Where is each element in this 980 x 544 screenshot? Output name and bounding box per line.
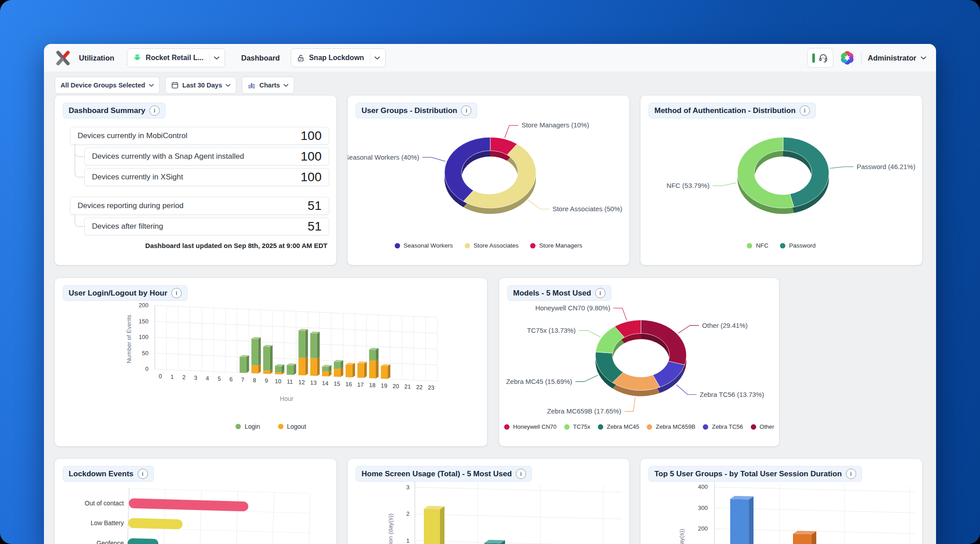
legend-item[interactable]: Seasonal Workers [395, 242, 453, 249]
legend-label: Store Associates [474, 242, 519, 249]
info-icon[interactable]: i [800, 105, 810, 116]
legend-item[interactable]: Password [780, 242, 815, 249]
legend-item[interactable]: Store Associates [465, 242, 519, 249]
legend-item[interactable]: Other [751, 423, 775, 430]
lockdown-events-bar-chart: Out of contactLow BatteryGeofence [55, 475, 336, 544]
svg-text:Store Managers (10%): Store Managers (10%) [522, 121, 589, 129]
bar-chart-icon [248, 81, 256, 89]
tree-connector [74, 144, 84, 178]
legend-label: Zebra MC659B [656, 423, 695, 430]
summary-row-value: 51 [308, 219, 322, 234]
legend-label: Zebra MC45 [607, 423, 639, 430]
user-groups-donut-chart: Store Managers (10%)Store Associates (50… [348, 116, 629, 237]
svg-text:TC75x (13.73%): TC75x (13.73%) [527, 327, 575, 334]
svg-text:Zebra TC56 (13.73%): Zebra TC56 (13.73%) [700, 391, 764, 398]
svg-text:6: 6 [229, 376, 232, 383]
legend-dot [598, 424, 603, 430]
summary-row-label: Devices currently in XSight [92, 173, 183, 182]
svg-text:5: 5 [218, 375, 221, 382]
summary-row: Devices currently in XSight 100 [84, 168, 329, 186]
device-groups-filter[interactable]: All Device Groups Selected [55, 77, 160, 94]
device-group-value: Rocket Retail L... [146, 54, 204, 62]
view-mode-filter[interactable]: Charts [242, 77, 294, 94]
svg-text:14: 14 [322, 380, 328, 387]
svg-text:9: 9 [265, 377, 268, 384]
legend-item[interactable]: Zebra TC56 [703, 423, 743, 430]
legend-item[interactable]: Store Managers [530, 242, 582, 249]
legend-dot [235, 424, 241, 429]
login-logout-card: User Login/Logout by Hour i 012345678910… [55, 278, 487, 446]
device-groups-filter-value: All Device Groups Selected [61, 82, 145, 89]
legend-item[interactable]: Login [235, 423, 260, 430]
user-groups-card: User Groups - Distribution i Store Manag… [348, 96, 629, 265]
chevron-down-icon [375, 57, 380, 60]
legend-label: NFC [756, 242, 768, 249]
models-card: Models - 5 Most Used i Other (29.41%)Zeb… [499, 278, 779, 446]
svg-text:15: 15 [334, 380, 340, 387]
unlock-icon [296, 54, 305, 62]
info-icon[interactable]: i [171, 288, 182, 298]
chart-legend: NFCPassword [640, 242, 922, 249]
info-icon[interactable]: i [461, 105, 471, 116]
summary-row: Devices currently with a Snap Agent inst… [84, 148, 329, 165]
svg-text:Screen Duration (day(s)): Screen Duration (day(s)) [387, 514, 394, 544]
support-button[interactable] [807, 48, 833, 68]
svg-text:19: 19 [381, 382, 387, 389]
legend-item[interactable]: Logout [278, 423, 306, 430]
app-logo[interactable] [54, 49, 72, 67]
info-icon[interactable]: i [595, 288, 605, 298]
card-title: Models - 5 Most Used [513, 289, 591, 298]
svg-text:NFC (53.79%): NFC (53.79%) [666, 182, 710, 189]
info-icon[interactable]: i [149, 105, 160, 116]
svg-text:150: 150 [139, 318, 148, 325]
svg-text:2: 2 [182, 374, 185, 381]
svg-text:400: 400 [698, 483, 708, 490]
view-mode-value: Charts [259, 82, 280, 89]
last-updated-text: Dashboard last updated on Sep 8th, 2025 … [145, 242, 327, 249]
svg-text:8: 8 [253, 377, 256, 383]
svg-text:18: 18 [369, 382, 375, 389]
svg-text:100: 100 [139, 334, 148, 340]
ai-star-icon[interactable] [840, 50, 855, 65]
svg-text:10: 10 [275, 378, 281, 385]
svg-text:50: 50 [142, 350, 148, 357]
legend-label: Seasonal Workers [404, 242, 453, 249]
date-range-filter[interactable]: Last 30 Days [165, 77, 237, 94]
svg-text:Time (day(s)): Time (day(s)) [678, 529, 685, 544]
svg-text:Hour: Hour [280, 395, 294, 402]
legend-label: Login [244, 423, 260, 430]
svg-text:4: 4 [206, 375, 209, 382]
legend-item[interactable]: NFC [747, 242, 768, 249]
divider [861, 52, 862, 64]
legend-dot [564, 424, 570, 430]
legend-item[interactable]: Honeywell CN70 [504, 423, 557, 430]
card-title-chip: Dashboard Summary i [63, 103, 166, 118]
legend-item[interactable]: TC75x [564, 423, 590, 430]
svg-text:200: 200 [698, 525, 708, 532]
filter-bar: All Device Groups Selected Last 30 Days … [44, 72, 936, 94]
top-user-groups-bar-chart: 400300200100Time (day(s)) [640, 475, 922, 544]
svg-text:20: 20 [392, 383, 399, 390]
svg-text:Zebra MC659B (17.65%): Zebra MC659B (17.65%) [547, 408, 622, 415]
svg-text:Password (46.21%): Password (46.21%) [857, 163, 915, 170]
android-icon [133, 53, 142, 62]
calendar-icon [171, 81, 179, 89]
divider [209, 52, 210, 63]
dashboard-profile-selector[interactable]: Snap Lockdown [291, 48, 386, 67]
device-group-selector[interactable]: Rocket Retail L... [127, 48, 225, 67]
chevron-down-icon [149, 84, 154, 87]
legend-dot [703, 424, 708, 430]
legend-label: TC75x [573, 423, 590, 430]
legend-label: Logout [287, 423, 306, 430]
svg-text:Out of contact: Out of contact [85, 500, 124, 507]
legend-dot [780, 243, 785, 248]
legend-item[interactable]: Zebra MC659B [647, 423, 695, 430]
user-menu[interactable]: Administrator [868, 54, 926, 62]
summary-row-value: 100 [301, 149, 322, 164]
svg-text:17: 17 [357, 381, 364, 388]
svg-text:0: 0 [145, 366, 148, 372]
legend-label: Password [789, 242, 815, 249]
legend-item[interactable]: Zebra MC45 [598, 423, 639, 430]
svg-text:1: 1 [170, 373, 174, 380]
summary-row-label: Devices currently with a Snap Agent inst… [92, 152, 244, 161]
